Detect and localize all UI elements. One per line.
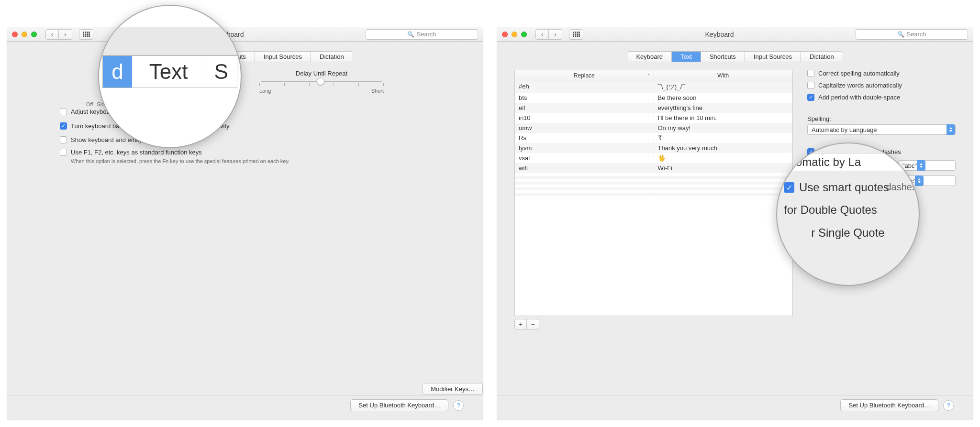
remove-button[interactable]: −: [527, 319, 539, 329]
col-replace[interactable]: Replace⌃: [515, 70, 654, 81]
tab-input-sources[interactable]: Input Sources: [745, 52, 801, 62]
double-quotes-popup[interactable]: "abc": [898, 160, 956, 171]
table-row[interactable]: vsal🖖: [515, 153, 792, 163]
tab-shortcuts[interactable]: Shortcuts: [701, 52, 745, 62]
back-button[interactable]: ‹: [535, 29, 549, 40]
keyrepeat-off-label: Off: [86, 101, 93, 107]
tab-bar: Keyboard Text Shortcuts Input Sources Di…: [7, 51, 483, 62]
help-button[interactable]: ?: [453, 400, 464, 411]
delay-until-repeat-slider[interactable]: Delay Until Repeat Long Short: [259, 70, 384, 94]
keyboard-prefs-window-left: ‹ › Keyboard 🔍 Search Keyboard Text Shor…: [7, 27, 483, 420]
fn-keys-checkbox[interactable]: [60, 149, 67, 156]
brightness-checkbox[interactable]: [60, 108, 67, 115]
help-button[interactable]: ?: [943, 400, 954, 411]
period-checkbox[interactable]: ✓: [807, 94, 814, 101]
magnifier-right: Automatic by La ✓ Use smart quotes dashe…: [776, 142, 920, 286]
spelling-label: Spelling:: [807, 115, 956, 122]
forward-button[interactable]: ›: [59, 29, 72, 40]
capitalize-checkbox[interactable]: [807, 82, 814, 89]
magnifier-left: d Text S: [98, 5, 242, 148]
table-row[interactable]: wifiWi-Fi: [515, 163, 792, 173]
capitalize-label: Capitalize words automatically: [818, 82, 902, 89]
minimize-icon[interactable]: [512, 32, 517, 37]
zoom-icon[interactable]: [521, 32, 527, 37]
back-button[interactable]: ‹: [45, 29, 59, 40]
replace-table: Replace⌃ With #eh¯\_(ツ)_/¯btsBe there so…: [514, 70, 793, 316]
table-row[interactable]: in10I'll be there in 10 min.: [515, 113, 792, 123]
keyboard-tab-content: Delay Until Repeat Long Short Off Slow: [7, 70, 483, 395]
table-row[interactable]: eifeverything's fine: [515, 103, 792, 113]
mag-smart-quotes-label: Use smart quotes: [799, 181, 889, 194]
spelling-popup[interactable]: Automatic by Language: [807, 124, 956, 135]
sort-icon: ⌃: [647, 73, 651, 78]
show-all-button[interactable]: [569, 29, 583, 40]
mag-smart-quotes-checkbox: ✓: [784, 182, 794, 193]
search-field[interactable]: 🔍 Search: [366, 29, 478, 40]
search-icon: 🔍: [407, 31, 414, 38]
mag-tab-text: Text: [132, 56, 205, 88]
correct-spelling-checkbox[interactable]: [807, 70, 814, 77]
titlebar: ‹ › Keyboard 🔍 Search: [7, 27, 483, 42]
tab-text[interactable]: Text: [672, 52, 701, 62]
mag-single-quotes-label: r Single Quote: [784, 226, 912, 240]
close-icon[interactable]: [502, 32, 508, 37]
table-row[interactable]: #eh¯\_(ツ)_/¯: [515, 81, 792, 93]
tab-keyboard[interactable]: Keyboard: [627, 52, 672, 62]
search-placeholder: Search: [416, 31, 436, 38]
emoji-viewer-checkbox[interactable]: [60, 136, 67, 143]
fn-keys-note: When this option is selected, press the …: [71, 158, 464, 164]
window-controls: [502, 32, 527, 37]
correct-spelling-label: Correct spelling automatically: [818, 70, 900, 77]
table-row[interactable]: Rs₹: [515, 133, 792, 143]
mag-double-quotes-label: for Double Quotes: [784, 203, 912, 217]
slider-long-label: Long: [259, 88, 271, 94]
zoom-icon[interactable]: [31, 32, 37, 37]
minimize-icon[interactable]: [22, 32, 27, 37]
titlebar: ‹ › Keyboard 🔍 Search: [497, 27, 973, 42]
window-title: Keyboard: [587, 31, 852, 38]
tab-dictation[interactable]: Dictation: [311, 52, 353, 62]
show-all-button[interactable]: [79, 29, 93, 40]
grid-icon: [83, 32, 90, 37]
forward-button[interactable]: ›: [549, 29, 562, 40]
mag-tab-prev-fragment: d: [103, 56, 132, 88]
search-field[interactable]: 🔍 Search: [856, 29, 968, 40]
window-controls: [12, 32, 37, 37]
tab-dictation[interactable]: Dictation: [801, 52, 843, 62]
table-row[interactable]: tyvmThank you very much: [515, 143, 792, 153]
grid-icon: [573, 32, 580, 37]
tab-bar: Keyboard Text Shortcuts Input Sources Di…: [497, 51, 973, 62]
backlight-off-checkbox[interactable]: ✓: [60, 122, 67, 130]
bluetooth-keyboard-button[interactable]: Set Up Bluetooth Keyboard…: [840, 399, 938, 411]
period-label: Add period with double-space: [818, 94, 900, 101]
search-icon: 🔍: [897, 31, 904, 38]
table-row[interactable]: omwOn my way!: [515, 123, 792, 133]
nav-back-forward: ‹ ›: [45, 29, 72, 40]
bluetooth-keyboard-button[interactable]: Set Up Bluetooth Keyboard…: [350, 399, 448, 411]
fn-keys-label: Use F1, F2, etc. keys as standard functi…: [71, 149, 202, 156]
mag-tab-next-fragment: S: [205, 56, 236, 88]
slider-short-label: Short: [371, 88, 384, 94]
search-placeholder: Search: [906, 31, 926, 38]
modifier-keys-button[interactable]: Modifier Keys…: [423, 383, 483, 395]
add-button[interactable]: +: [514, 319, 527, 329]
tab-input-sources[interactable]: Input Sources: [255, 52, 311, 62]
table-row[interactable]: [515, 196, 792, 199]
table-row[interactable]: btsBe there soon: [515, 93, 792, 103]
nav-back-forward: ‹ ›: [535, 29, 562, 40]
close-icon[interactable]: [12, 32, 18, 37]
col-with[interactable]: With: [654, 70, 793, 81]
